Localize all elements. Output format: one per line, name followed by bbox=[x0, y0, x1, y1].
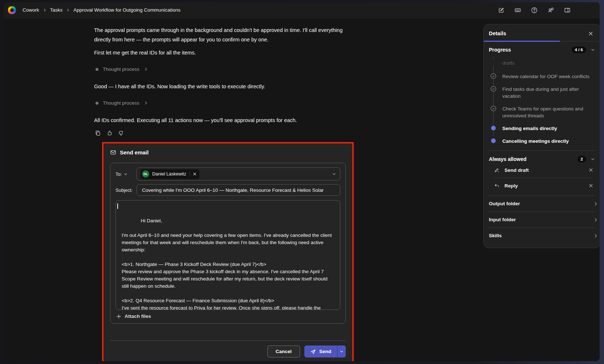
subject-input[interactable]: Covering while I'm OOO April 6–10 — Nort… bbox=[137, 184, 340, 196]
text-caret bbox=[117, 203, 118, 209]
progress-item: Review calendar for OOF week conflicts bbox=[490, 73, 595, 80]
app-logo-icon[interactable] bbox=[8, 6, 16, 14]
allowed-item-send-draft[interactable]: Send draft bbox=[489, 162, 595, 178]
active-dot-icon bbox=[490, 125, 496, 131]
chevron-right-icon bbox=[593, 218, 598, 222]
progress-title: Progress bbox=[489, 47, 572, 53]
to-dropdown-icon[interactable] bbox=[332, 172, 336, 176]
chevron-up-icon[interactable] bbox=[591, 157, 595, 161]
assistant-message: Good — I have all the IDs. Now loading t… bbox=[94, 82, 353, 91]
breadcrumb-item-tasks[interactable]: Tasks bbox=[50, 7, 63, 13]
breadcrumb-chevron-icon bbox=[43, 8, 46, 12]
progress-item: Check Teams for open questions and unres… bbox=[490, 105, 595, 119]
remove-allowed-icon[interactable] bbox=[588, 167, 593, 173]
copy-icon[interactable] bbox=[95, 130, 101, 136]
chevron-down-icon bbox=[340, 349, 344, 353]
reply-arrow-icon bbox=[494, 183, 500, 189]
breadcrumb-item-task-title[interactable]: Approval Workflow for Outgoing Communica… bbox=[73, 7, 181, 13]
breadcrumb-chevron-icon bbox=[66, 8, 70, 12]
check-circle-icon bbox=[490, 86, 496, 92]
recipient-chip[interactable]: DL Daniel Laskewitz bbox=[141, 169, 199, 179]
plus-icon bbox=[116, 314, 121, 319]
always-allowed-badge: 2 bbox=[577, 156, 586, 162]
thumbs-up-icon[interactable] bbox=[106, 130, 113, 136]
to-label[interactable]: To: bbox=[115, 171, 137, 177]
email-body-text: Hi Daniel, I'm out April 6–10 and need y… bbox=[122, 218, 333, 310]
progress-timeline: drafts Review calendar for OOF week conf… bbox=[490, 60, 595, 145]
send-split-button: Send bbox=[304, 345, 346, 357]
send-button[interactable]: Send bbox=[304, 345, 337, 357]
chevron-down-icon bbox=[124, 172, 127, 176]
keyboard-icon[interactable] bbox=[514, 7, 521, 13]
attach-files-label: Attach files bbox=[125, 314, 151, 319]
message-actions bbox=[95, 130, 353, 136]
assistant-message: First let me get the real IDs for all th… bbox=[94, 48, 353, 57]
chevron-up-icon[interactable] bbox=[591, 48, 595, 52]
compose-icon[interactable] bbox=[498, 7, 504, 13]
check-circle-icon bbox=[490, 105, 496, 112]
cancel-button[interactable]: Cancel bbox=[267, 345, 300, 357]
check-circle-icon bbox=[490, 73, 496, 79]
details-panel: Details Progress 4 / 6 drafts bbox=[483, 24, 600, 248]
email-form: To: DL Daniel Laskewitz bbox=[110, 163, 346, 324]
details-title: Details bbox=[489, 31, 506, 36]
active-tab-indicator bbox=[484, 41, 560, 42]
breadcrumb-item-cowork[interactable]: Cowork bbox=[23, 7, 39, 13]
to-input[interactable]: DL Daniel Laskewitz bbox=[137, 167, 340, 181]
assistant-message: All IDs confirmed. Executing all 11 acti… bbox=[94, 116, 353, 125]
card-title: Send email bbox=[120, 149, 149, 155]
attach-files-button[interactable]: Attach files bbox=[116, 314, 340, 319]
progress-section: Progress 4 / 6 drafts Review calendar fo… bbox=[484, 41, 600, 145]
people-icon[interactable] bbox=[547, 7, 554, 13]
always-allowed-title: Always allowed bbox=[489, 156, 577, 162]
avatar: DL bbox=[142, 170, 149, 178]
app-window: Cowork Tasks Approval Workflow for Outgo… bbox=[4, 2, 600, 361]
send-options-button[interactable] bbox=[337, 345, 346, 357]
draft-pen-icon bbox=[494, 167, 500, 173]
top-bar: Cowork Tasks Approval Workflow for Outgo… bbox=[4, 2, 600, 18]
thumbs-down-icon[interactable] bbox=[118, 130, 124, 136]
output-folder-row[interactable]: Output folder bbox=[484, 196, 600, 211]
envelope-icon bbox=[110, 149, 116, 155]
recipient-name: Daniel Laskewitz bbox=[152, 171, 186, 177]
subject-value: Covering while I'm OOO April 6–10 — Nort… bbox=[142, 187, 324, 193]
subject-row: Subject: Covering while I'm OOO April 6–… bbox=[115, 184, 340, 196]
close-icon[interactable] bbox=[588, 31, 593, 36]
allowed-item-reply[interactable]: Reply bbox=[489, 178, 595, 193]
remove-allowed-icon[interactable] bbox=[588, 183, 593, 188]
details-header: Details bbox=[484, 24, 600, 41]
to-row: To: DL Daniel Laskewitz bbox=[115, 167, 340, 181]
progress-item: Find tasks due during and just after vac… bbox=[490, 86, 595, 100]
thought-dot-icon bbox=[96, 68, 98, 71]
chip-divider bbox=[190, 171, 190, 177]
help-icon[interactable] bbox=[531, 7, 538, 13]
chat-transcript: The approval prompts came through in the… bbox=[94, 25, 353, 361]
thought-dot-icon bbox=[96, 102, 98, 105]
assistant-message: The approval prompts came through in the… bbox=[94, 25, 353, 44]
email-body-input[interactable]: Hi Daniel, I'm out April 6–10 and need y… bbox=[115, 200, 340, 310]
send-plane-icon bbox=[310, 349, 316, 355]
chevron-right-icon bbox=[144, 101, 148, 105]
remove-recipient-icon[interactable] bbox=[192, 172, 197, 176]
input-folder-row[interactable]: Input folder bbox=[484, 212, 600, 227]
breadcrumb: Cowork Tasks Approval Workflow for Outgo… bbox=[23, 7, 181, 13]
active-dot-icon bbox=[490, 138, 496, 144]
thought-process-toggle[interactable]: Thought process bbox=[96, 66, 353, 72]
progress-item: drafts bbox=[490, 60, 595, 66]
panel-toggle-icon[interactable] bbox=[564, 7, 571, 13]
chevron-right-icon bbox=[593, 202, 598, 206]
thought-process-toggle[interactable]: Thought process bbox=[96, 100, 353, 106]
annotation-highlight-box: Send email To: DL Da bbox=[102, 142, 354, 361]
card-footer: Cancel Send bbox=[110, 340, 346, 357]
skills-row[interactable]: Skills bbox=[484, 228, 600, 243]
always-allowed-section: Always allowed 2 Send draft Reply bbox=[484, 151, 600, 193]
progress-badge: 4 / 6 bbox=[572, 46, 586, 53]
subject-label: Subject: bbox=[115, 187, 137, 193]
chevron-right-icon bbox=[144, 67, 148, 71]
chevron-right-icon bbox=[593, 234, 598, 238]
progress-item: Cancelling meetings directly bbox=[490, 138, 595, 145]
send-email-card: Send email To: DL Da bbox=[104, 143, 352, 361]
progress-item: Sending emails directly bbox=[490, 125, 595, 132]
thought-process-label: Thought process bbox=[103, 100, 139, 106]
thought-process-label: Thought process bbox=[103, 66, 139, 72]
